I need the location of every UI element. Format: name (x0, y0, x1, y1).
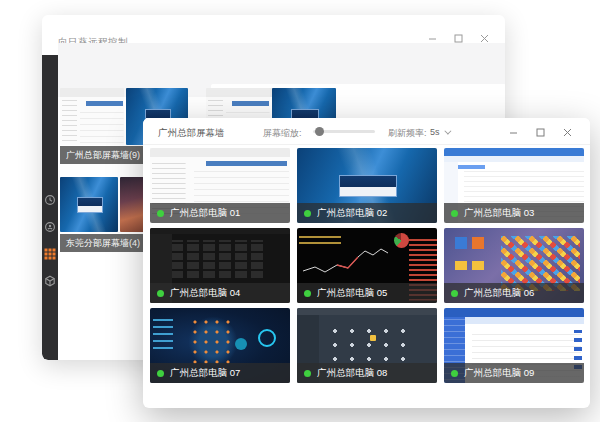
screen-wall-icon[interactable] (44, 248, 56, 260)
screen-tile-08[interactable]: 广州总部电脑 08 (297, 308, 437, 383)
dashboard-stats-decor (153, 314, 173, 349)
tile-label-bar: 广州总部电脑 06 (444, 283, 584, 303)
tile-label-bar: 广州总部电脑 05 (297, 283, 437, 303)
online-status-dot (157, 370, 164, 377)
computer-name: 广州总部电脑 09 (464, 367, 534, 380)
online-status-dot (451, 210, 458, 217)
online-status-dot (304, 290, 311, 297)
computer-name: 广州总部电脑 03 (464, 207, 534, 220)
online-status-dot (451, 370, 458, 377)
minimize-button[interactable] (427, 33, 437, 43)
screen-wall-window: 广州总部屏幕墙 屏幕缩放: 刷新频率: 5s (143, 118, 590, 408)
zoom-label: 屏幕缩放: (263, 127, 302, 140)
tile-label-bar: 广州总部电脑 01 (150, 203, 290, 223)
computer-name: 广州总部电脑 07 (170, 367, 240, 380)
refresh-value: 5s (430, 127, 440, 137)
tile-label-bar: 广州总部电脑 08 (297, 363, 437, 383)
computer-name: 广州总部电脑 01 (170, 207, 240, 220)
zoom-slider[interactable] (313, 130, 375, 133)
screen-tile-05[interactable]: 广州总部电脑 05 (297, 228, 437, 303)
chevron-down-icon (444, 127, 451, 134)
screen-grid: 广州总部电脑 01 广州总部电脑 02 广州总部电脑 03 (150, 148, 584, 383)
computer-name: 广州总部电脑 04 (170, 287, 240, 300)
window-title: 广州总部屏幕墙 (158, 127, 225, 140)
tile-label-bar: 广州总部电脑 04 (150, 283, 290, 303)
screen-tile-02[interactable]: 广州总部电脑 02 (297, 148, 437, 223)
online-status-dot (157, 290, 164, 297)
screen-tile-01[interactable]: 广州总部电脑 01 (150, 148, 290, 223)
tile-label-bar: 广州总部电脑 09 (444, 363, 584, 383)
maximize-button[interactable] (453, 33, 463, 43)
screen-tile-09[interactable]: 广州总部电脑 09 (444, 308, 584, 383)
tile-label-bar: 广州总部电脑 03 (444, 203, 584, 223)
online-status-dot (304, 210, 311, 217)
screen-tile-03[interactable]: 广州总部电脑 03 (444, 148, 584, 223)
refresh-dropdown[interactable]: 5s (430, 127, 449, 137)
screen-tile-04[interactable]: 广州总部电脑 04 (150, 228, 290, 303)
screen-tile-06[interactable]: 广州总部电脑 06 (444, 228, 584, 303)
titlebar: 广州总部屏幕墙 屏幕缩放: 刷新频率: 5s (143, 118, 590, 145)
sidebar (42, 55, 58, 360)
page: 向日葵远程控制 (0, 0, 600, 422)
online-status-dot (304, 370, 311, 377)
device-cube-icon[interactable] (44, 275, 56, 287)
screen-thumbnail[interactable] (60, 177, 118, 232)
window-controls (508, 127, 572, 137)
online-status-dot (451, 290, 458, 297)
screen-tile-07[interactable]: 广州总部电脑 07 (150, 308, 290, 383)
remote-assist-icon[interactable] (44, 221, 56, 233)
computer-name: 广州总部电脑 06 (464, 287, 534, 300)
screen-thumbnail[interactable] (60, 88, 124, 145)
tile-label-bar: 广州总部电脑 07 (150, 363, 290, 383)
computer-name: 广州总部电脑 08 (317, 367, 387, 380)
online-status-dot (157, 210, 164, 217)
zoom-slider-knob[interactable] (315, 127, 324, 136)
window-controls (427, 33, 489, 43)
minimize-button[interactable] (508, 127, 518, 137)
computer-name: 广州总部电脑 05 (317, 287, 387, 300)
maximize-button[interactable] (535, 127, 545, 137)
computer-name: 广州总部电脑 02 (317, 207, 387, 220)
close-button[interactable] (479, 33, 489, 43)
history-icon[interactable] (44, 194, 56, 206)
close-button[interactable] (562, 127, 572, 137)
tile-label-bar: 广州总部电脑 02 (297, 203, 437, 223)
refresh-label: 刷新频率: (388, 127, 427, 140)
